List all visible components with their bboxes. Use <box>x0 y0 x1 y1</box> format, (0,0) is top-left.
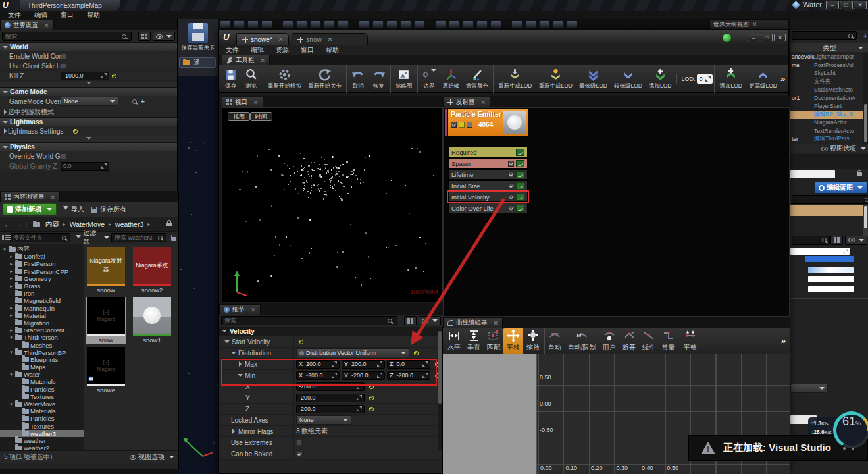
outliner-row[interactable]: mePostProcessVol <box>790 61 868 70</box>
tree-item-内容[interactable]: ▾内容 <box>0 246 84 253</box>
toolbar-button-undo[interactable]: 取消 <box>346 65 369 93</box>
use-selected-icon[interactable]: ← <box>122 98 128 105</box>
close-icon[interactable]: ✕ <box>328 36 333 43</box>
tree-item-Water[interactable]: ▾Water <box>0 371 84 378</box>
curve-tool-flat[interactable]: 平整 <box>680 328 700 354</box>
save-current-level-button[interactable]: 保存当前关卡 <box>179 22 217 52</box>
visibility-filter-button[interactable] <box>153 32 175 41</box>
tree-arrow-icon[interactable]: ▾ <box>9 335 14 340</box>
send-to-curve-editor-icon[interactable] <box>516 171 524 178</box>
tree-item-Material[interactable]: ▸Material <box>0 312 84 319</box>
module-enabled-checkbox[interactable] <box>508 205 514 211</box>
curve-track-list[interactable] <box>443 354 537 474</box>
view-options-button[interactable]: 视图选项 <box>130 452 174 461</box>
toolbar-button-addlod[interactable]: 添加LOD <box>646 65 675 93</box>
close-button[interactable]: ✕ <box>854 1 867 9</box>
crumb-watermove[interactable]: WaterMove <box>70 221 105 228</box>
tree-arrow-icon[interactable]: ▾ <box>9 402 14 407</box>
color-bar-gradient[interactable] <box>808 267 854 273</box>
row-lightmass-settings[interactable]: Lightmass Settings <box>0 126 177 136</box>
menu-edit[interactable]: 编辑 <box>34 11 47 20</box>
section-world[interactable]: World <box>0 42 177 51</box>
close-icon[interactable]: ✕ <box>251 307 256 313</box>
max-y-field[interactable]: Y200.0 <box>342 360 385 369</box>
close-icon[interactable]: ✕ <box>494 320 499 327</box>
emitter-solo-checkbox[interactable] <box>459 122 465 128</box>
tree-item-weather2[interactable]: weather2 <box>0 444 84 450</box>
expand-chevron[interactable] <box>0 81 177 87</box>
menu-window[interactable]: 窗口 <box>61 11 74 20</box>
edit-blueprint-button[interactable]: 编辑蓝图 <box>814 182 867 194</box>
outliner-row[interactable]: 编辑BP_Sky_S <box>790 111 868 119</box>
asset-snoow2[interactable]: Niagara系统snoow2 <box>132 247 172 294</box>
emitter-significance-checkbox[interactable] <box>467 122 472 128</box>
tree-item-Particles[interactable]: Particles <box>0 415 84 422</box>
curve-tool-cons[interactable]: 常量 <box>659 328 678 354</box>
min-y-field[interactable]: Y-200.0 <box>342 371 385 380</box>
tree-item-Materials[interactable]: Materials <box>0 378 84 385</box>
forward-button[interactable]: → <box>15 221 22 228</box>
tree-item-Textures[interactable]: Textures <box>0 423 84 430</box>
tab-snowe[interactable]: snowe*✕ <box>236 33 289 45</box>
curve-tool-fit[interactable]: 匹配 <box>484 328 503 354</box>
tree-arrow-icon[interactable]: ▾ <box>9 350 14 355</box>
module-enabled-checkbox[interactable] <box>508 183 514 189</box>
tab-content-browser[interactable]: 内容浏览器✕ <box>0 192 60 202</box>
tree-item-ThirdPersonBP[interactable]: ▾ThirdPersonBP <box>0 349 84 356</box>
outliner-type-header[interactable]: 类型 <box>790 43 868 52</box>
add-new-button[interactable]: 添加新项 <box>3 203 57 215</box>
tree-arrow-icon[interactable]: ▸ <box>9 276 14 281</box>
checkbox[interactable] <box>296 451 302 457</box>
outliner-search-input[interactable] <box>792 31 857 40</box>
color-bar-white[interactable] <box>808 286 854 292</box>
outliner-row[interactable]: SkyLight <box>790 69 868 78</box>
maximize-button[interactable]: □ <box>761 34 773 41</box>
tree-item-weather3[interactable]: weather3 <box>0 430 84 437</box>
section-physics[interactable]: Physics <box>0 142 177 151</box>
outliner-scrollbar[interactable] <box>863 53 868 144</box>
color-bar-white[interactable] <box>808 276 854 282</box>
module-required[interactable]: Required <box>448 147 528 157</box>
crumb-weather3[interactable]: weather3 <box>115 221 143 228</box>
source-control-status-icon[interactable] <box>722 33 732 43</box>
distribution-dropdown[interactable]: Distribution Vector Uniform <box>296 348 409 357</box>
row-selected-game-mode[interactable]: 选中的游戏模式 <box>0 107 177 117</box>
tree-item-FirstPersonCPP[interactable]: ▸FirstPersonCPP <box>0 268 84 275</box>
curve-tool-pan[interactable]: 平移 <box>503 328 523 354</box>
toolbar-button-save[interactable]: 保存 <box>220 65 241 93</box>
curve-tool-lin[interactable]: 线性 <box>639 328 659 354</box>
close-icon[interactable]: ✕ <box>752 21 757 28</box>
selected-property-row[interactable] <box>790 205 863 216</box>
toolbar-button-browse[interactable]: 浏览 <box>241 65 261 93</box>
add-actor-icon[interactable]: + <box>863 32 867 40</box>
tree-arrow-icon[interactable]: ▸ <box>9 313 14 318</box>
reset-icon[interactable] <box>369 396 374 400</box>
tab-world-settings[interactable]: 世界设置✕ <box>0 20 54 30</box>
tab-emitters[interactable]: 发射器✕ <box>443 97 490 107</box>
reset-icon[interactable] <box>369 384 374 389</box>
send-to-curve-editor-icon[interactable] <box>516 194 524 201</box>
grid-view-button[interactable] <box>138 32 151 41</box>
sources-toggle-icon[interactable] <box>2 235 8 240</box>
tree-arrow-icon[interactable]: ▸ <box>9 254 14 259</box>
curve-tool-fitv[interactable]: 垂直 <box>464 328 484 354</box>
tree-arrow-icon[interactable]: ▸ <box>9 284 14 289</box>
asset-snoow[interactable]: Niagara发射器snoow <box>86 247 126 294</box>
send-to-curve-editor-icon[interactable] <box>516 182 524 190</box>
toolbar-button-rsim[interactable]: 重新开始模拟 <box>263 65 305 93</box>
save-search-icon[interactable] <box>171 235 176 241</box>
tree-arrow-icon[interactable]: ▸ <box>9 305 14 311</box>
tree-arrow-icon[interactable]: ▾ <box>9 372 14 377</box>
gravity-z-field[interactable]: 0.0 <box>61 162 109 171</box>
outliner-row[interactable]: 文件夹 <box>790 78 868 86</box>
send-to-curve-editor-icon[interactable] <box>516 149 524 156</box>
outliner-actor-type[interactable]: 编辑ThirdPers <box>814 135 850 143</box>
grid-view-button[interactable] <box>830 236 843 245</box>
tree-item-Confetti[interactable]: ▸Confetti <box>0 253 84 260</box>
tree-item-Materials[interactable]: Materials <box>0 408 84 415</box>
close-icon[interactable]: ✕ <box>261 57 266 64</box>
emitter-header[interactable]: Particle Emitter 4064 <box>448 109 528 136</box>
send-to-curve-editor-icon[interactable] <box>516 205 524 212</box>
min-y-value-field[interactable]: -200.0 <box>296 394 365 402</box>
menu-asset[interactable]: 资源 <box>276 45 289 55</box>
